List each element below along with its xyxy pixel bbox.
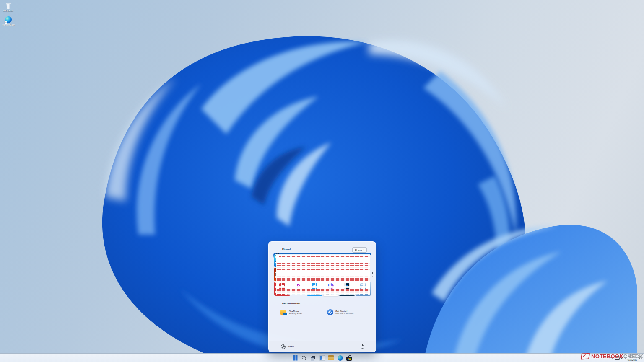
tray-overflow-button[interactable] bbox=[609, 356, 613, 360]
search-button[interactable] bbox=[301, 354, 308, 362]
page-dot-active bbox=[372, 272, 373, 274]
network-icon bbox=[615, 356, 619, 360]
recommended-list: OneDrive Recently added Get Started Welc… bbox=[279, 308, 369, 317]
taskbar-icon bbox=[310, 355, 316, 361]
pinned-app-tile[interactable]: Calculator bbox=[355, 282, 371, 296]
store-taskbar-button[interactable] bbox=[345, 354, 353, 362]
recommended-section-label: Recommended bbox=[282, 302, 300, 305]
recommended-item-subtitle: Recently added bbox=[289, 313, 302, 315]
taskbar-icon bbox=[292, 355, 298, 361]
app-label: Calculator bbox=[358, 290, 368, 292]
notification-center-button[interactable] bbox=[638, 356, 643, 360]
power-button[interactable] bbox=[360, 344, 365, 349]
chevron-right-icon: › bbox=[364, 249, 364, 251]
pinned-page-dots bbox=[372, 272, 373, 277]
user-avatar-icon bbox=[281, 344, 286, 349]
all-apps-button[interactable]: All apps › bbox=[352, 247, 367, 253]
taskbar-icon bbox=[328, 355, 334, 361]
start-menu: Pinned All apps › Microsoft Edge Mail bbox=[268, 241, 376, 352]
taskbar-icon bbox=[319, 355, 325, 361]
taskbar-buttons bbox=[291, 354, 353, 362]
desktop: Recycle Bin Microsoft Edge Pinned All ap… bbox=[0, 0, 644, 362]
system-tray: 10:50 AM Tuesday 6/15/2021 bbox=[609, 354, 643, 362]
desktop-icon-image bbox=[5, 16, 12, 23]
desktop-icon-list: Recycle Bin Microsoft Edge bbox=[1, 2, 16, 26]
all-apps-label: All apps bbox=[355, 249, 362, 251]
desktop-icon-label: Recycle Bin bbox=[3, 10, 13, 12]
user-account-button[interactable]: Naren bbox=[281, 344, 294, 349]
notification-icon bbox=[639, 356, 643, 360]
page-dot-inactive bbox=[372, 276, 373, 277]
pinned-section-label: Pinned bbox=[282, 248, 291, 251]
recommended-item-icon bbox=[327, 309, 333, 315]
network-button[interactable] bbox=[614, 355, 620, 360]
pinned-apps-grid: Microsoft Edge Mail Calendar bbox=[274, 253, 371, 296]
chevron-up-icon bbox=[610, 357, 613, 359]
clock[interactable]: 10:50 AM Tuesday 6/15/2021 bbox=[628, 354, 637, 361]
taskbar-icon bbox=[301, 355, 307, 361]
recommended-item-icon bbox=[280, 309, 287, 315]
desktop-icon[interactable]: Recycle Bin bbox=[1, 2, 16, 12]
volume-button[interactable] bbox=[621, 355, 626, 360]
start-button[interactable] bbox=[291, 354, 299, 362]
widgets-button[interactable] bbox=[319, 354, 326, 362]
edge-taskbar-button[interactable] bbox=[337, 354, 344, 362]
start-menu-user-bar: Naren bbox=[269, 341, 376, 352]
desktop-icon[interactable]: Microsoft Edge bbox=[1, 16, 16, 26]
volume-wave-icon bbox=[624, 357, 626, 359]
app-icon bbox=[360, 283, 366, 289]
taskbar-icon bbox=[338, 355, 343, 361]
volume-icon bbox=[621, 356, 626, 360]
recommended-item-subtitle: Welcome to Windows bbox=[335, 313, 353, 315]
task-view-button[interactable] bbox=[309, 354, 317, 362]
desktop-icon-label: Microsoft Edge bbox=[2, 24, 15, 26]
taskbar-icon bbox=[346, 355, 352, 361]
taskbar: 10:50 AM Tuesday 6/15/2021 bbox=[0, 353, 644, 362]
recommended-item[interactable]: Get Started Welcome to Windows bbox=[325, 308, 369, 317]
clock-date: 6/15/2021 bbox=[628, 359, 637, 362]
recommended-item[interactable]: OneDrive Recently added bbox=[279, 308, 322, 317]
user-name: Naren bbox=[288, 345, 294, 348]
file-explorer-button[interactable] bbox=[327, 354, 335, 362]
desktop-icon-image bbox=[5, 2, 12, 9]
